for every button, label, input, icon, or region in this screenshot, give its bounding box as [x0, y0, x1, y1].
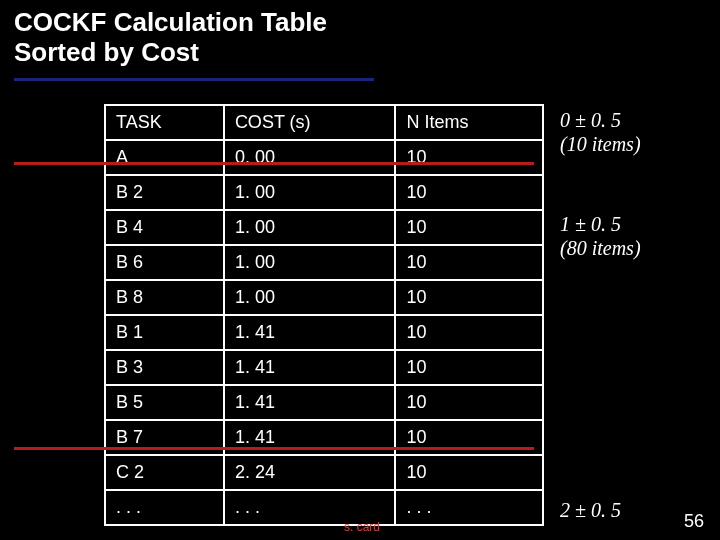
title-line-2: Sorted by Cost	[14, 38, 706, 68]
page-title: COCKF Calculation Table Sorted by Cost	[14, 8, 706, 68]
table-row: B 21. 0010	[105, 175, 543, 210]
red-rule-bottom	[14, 447, 534, 450]
annotation-bottom: 2 ± 0. 5	[560, 498, 621, 522]
col-cost: COST (s)	[224, 105, 396, 140]
annotation-top-line-1: 0 ± 0. 5	[560, 108, 641, 132]
footer-credit: s. card	[344, 520, 380, 534]
title-underline	[14, 78, 374, 81]
table-row: A0. 0010	[105, 140, 543, 175]
annotation-mid-line-2: (80 items)	[560, 236, 641, 260]
cost-table: TASK COST (s) N Items A0. 0010 B 21. 001…	[104, 104, 544, 526]
table-row: . . .. . .. . .	[105, 490, 543, 525]
table-row: B 11. 4110	[105, 315, 543, 350]
col-items: N Items	[395, 105, 543, 140]
table-row: C 22. 2410	[105, 455, 543, 490]
red-rule-top	[14, 162, 534, 165]
table-row: B 81. 0010	[105, 280, 543, 315]
annotation-mid: 1 ± 0. 5 (80 items)	[560, 212, 641, 260]
annotation-top: 0 ± 0. 5 (10 items)	[560, 108, 641, 156]
content-area: TASK COST (s) N Items A0. 0010 B 21. 001…	[14, 104, 706, 532]
table-row: B 51. 4110	[105, 385, 543, 420]
table-header-row: TASK COST (s) N Items	[105, 105, 543, 140]
page-number: 56	[684, 511, 704, 532]
col-task: TASK	[105, 105, 224, 140]
table-row: B 31. 4110	[105, 350, 543, 385]
annotation-mid-line-1: 1 ± 0. 5	[560, 212, 641, 236]
table-row: B 41. 0010	[105, 210, 543, 245]
table-row: B 61. 0010	[105, 245, 543, 280]
title-line-1: COCKF Calculation Table	[14, 8, 706, 38]
annotation-top-line-2: (10 items)	[560, 132, 641, 156]
